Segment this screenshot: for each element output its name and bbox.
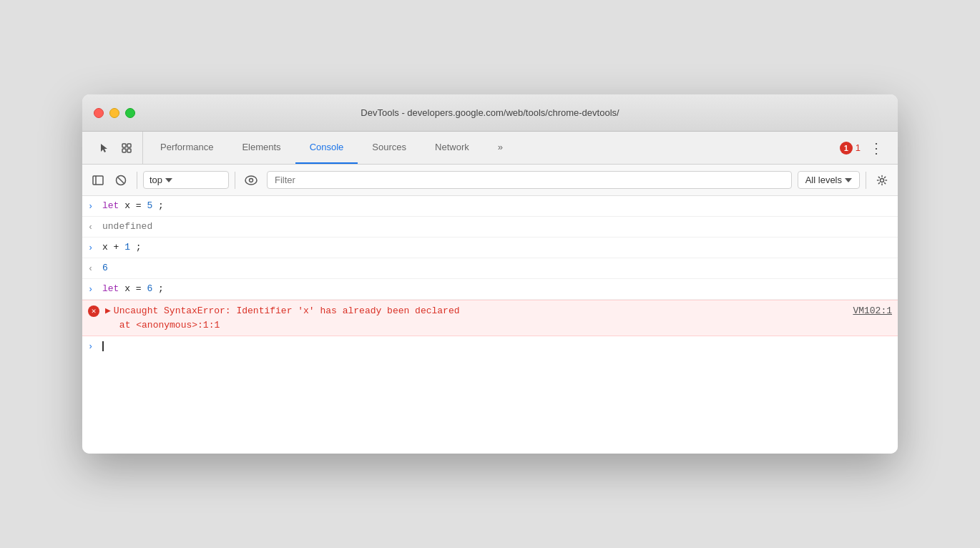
- output-value-2: 6: [102, 261, 108, 275]
- log-levels-selector[interactable]: All levels: [798, 171, 860, 189]
- inspect-icon[interactable]: [117, 138, 137, 158]
- cursor-icon[interactable]: [94, 138, 114, 158]
- console-line-5: › let x = 6 ;: [82, 279, 898, 300]
- error-count-circle: 1: [840, 142, 853, 155]
- more-menu-button[interactable]: ⋮: [866, 137, 886, 160]
- error-badge[interactable]: 1 1: [840, 142, 861, 155]
- svg-rect-2: [122, 149, 126, 152]
- console-error-block: ✕ ▶ Uncaught SyntaxError: Identifier 'x'…: [82, 300, 898, 336]
- settings-icon[interactable]: [872, 170, 892, 190]
- code-line-3: x + 1 ;: [102, 240, 142, 255]
- console-output: › let x = 5 ; ‹ undefined › x + 1 ;: [82, 196, 898, 454]
- svg-point-9: [250, 178, 253, 182]
- code-line-1: let x = 5 ;: [102, 199, 164, 213]
- error-source-link[interactable]: VM102:1: [853, 304, 892, 318]
- input-arrow-1[interactable]: ›: [88, 200, 97, 213]
- sidebar-toggle-icon[interactable]: [88, 170, 108, 190]
- console-line-3: › x + 1 ;: [82, 238, 898, 258]
- tab-network[interactable]: Network: [421, 132, 484, 164]
- console-toolbar: top All levels: [82, 165, 898, 196]
- title-bar: DevTools - developers.google.com/web/too…: [82, 94, 898, 132]
- tab-bar-icons: [88, 132, 143, 164]
- output-value-1: undefined: [102, 220, 152, 234]
- svg-rect-0: [122, 144, 126, 147]
- svg-line-7: [118, 177, 124, 183]
- close-button[interactable]: [94, 108, 104, 118]
- console-line-4: ‹ 6: [82, 258, 898, 279]
- tab-bar-right: 1 1 ⋮: [834, 132, 892, 164]
- error-icon: ✕: [88, 305, 99, 317]
- maximize-button[interactable]: [125, 108, 135, 118]
- traffic-lights: [94, 108, 135, 118]
- input-arrow-active[interactable]: ›: [88, 341, 97, 353]
- tabs: Performance Elements Console Sources Net…: [146, 132, 834, 164]
- svg-rect-1: [127, 144, 131, 147]
- svg-rect-4: [93, 176, 103, 185]
- tab-elements[interactable]: Elements: [227, 132, 295, 164]
- input-arrow-3[interactable]: ›: [88, 283, 97, 296]
- minimize-button[interactable]: [109, 108, 119, 118]
- input-arrow-2[interactable]: ›: [88, 242, 97, 255]
- toolbar-divider-1: [137, 172, 137, 189]
- context-selector[interactable]: top: [143, 171, 229, 189]
- svg-point-10: [881, 178, 884, 182]
- svg-point-8: [245, 176, 257, 185]
- error-message: Uncaught SyntaxError: Identifier 'x' has…: [114, 304, 853, 332]
- toolbar-divider-3: [866, 172, 866, 189]
- tab-performance[interactable]: Performance: [146, 132, 227, 164]
- output-arrow-2: ‹: [88, 263, 97, 275]
- tab-console[interactable]: Console: [295, 132, 358, 164]
- devtools-window: DevTools - developers.google.com/web/too…: [82, 94, 898, 454]
- console-line-1: › let x = 5 ;: [82, 196, 898, 217]
- tab-sources[interactable]: Sources: [358, 132, 421, 164]
- filter-input[interactable]: [267, 171, 792, 189]
- console-line-2: ‹ undefined: [82, 217, 898, 238]
- error-expand-arrow[interactable]: ▶: [105, 304, 111, 318]
- tab-more[interactable]: »: [484, 132, 517, 164]
- console-input-line: ›: [82, 336, 898, 356]
- text-cursor: [102, 341, 104, 351]
- window-title: DevTools - developers.google.com/web/too…: [361, 107, 619, 118]
- svg-rect-3: [127, 149, 131, 152]
- tab-bar: Performance Elements Console Sources Net…: [82, 132, 898, 165]
- output-arrow-1: ‹: [88, 221, 97, 234]
- eye-icon[interactable]: [241, 170, 261, 190]
- clear-console-icon[interactable]: [111, 170, 131, 190]
- code-line-5: let x = 6 ;: [102, 282, 164, 296]
- toolbar-divider-2: [235, 172, 235, 189]
